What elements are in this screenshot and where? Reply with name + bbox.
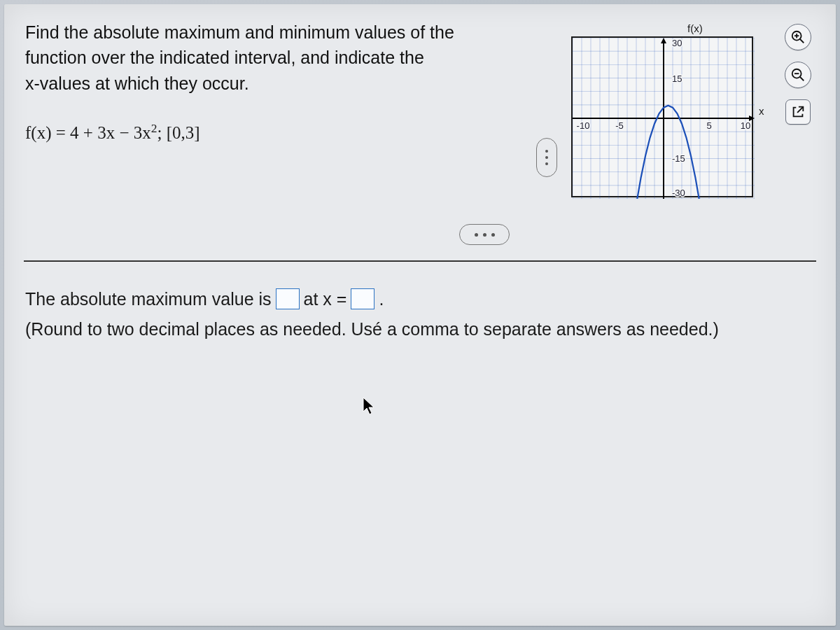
xtick--10: -10 [577, 120, 590, 131]
question-sheet: Find the absolute maximum and minimum va… [4, 4, 836, 626]
svg-line-39 [800, 39, 804, 43]
answer-area: The absolute maximum value is at x = . (… [4, 262, 836, 343]
zoom-in-button[interactable] [785, 24, 811, 50]
answer-max-value-input[interactable] [276, 288, 300, 309]
open-new-icon [790, 104, 806, 120]
function-interval: ; [0,3] [158, 123, 200, 142]
svg-line-45 [797, 107, 803, 113]
vertical-ellipsis-button[interactable] [536, 138, 557, 177]
open-new-window-button[interactable] [785, 99, 811, 125]
answer-mid: at x = [304, 286, 347, 313]
prompt-line-3: x-values at which they occur. [25, 71, 515, 96]
zoom-out-icon [790, 67, 806, 83]
answer-hint: (Round to two decimal places as needed. … [25, 316, 815, 343]
zoom-in-icon [790, 29, 806, 45]
ytick-15: 15 [672, 74, 682, 84]
svg-line-43 [800, 77, 804, 81]
answer-period: . [379, 286, 384, 313]
ytick--30: -30 [672, 188, 685, 198]
graph-panel: -10 -5 5 10 30 15 -15 -30 f(x) x [564, 22, 774, 211]
answer-x-value-input[interactable] [351, 288, 374, 309]
function-exponent: 2 [151, 121, 158, 135]
graph-plot-area[interactable]: -10 -5 5 10 30 15 -15 -30 [571, 36, 753, 197]
horizontal-ellipsis-button[interactable] [459, 224, 510, 245]
function-definition: f(x) = 4 + 3x − 3x2; [0,3] [25, 121, 515, 143]
x-axis-label: x [759, 105, 764, 117]
graph-toolbar [781, 24, 815, 125]
answer-line: The absolute maximum value is at x = . [25, 286, 815, 313]
xtick-10: 10 [741, 120, 750, 131]
xtick--5: -5 [615, 120, 624, 131]
prompt-column: Find the absolute maximum and minimum va… [25, 20, 522, 143]
function-lhs: f(x) = 4 + 3x − 3x [25, 123, 151, 142]
curve-fx [632, 106, 701, 199]
prompt-line-1: Find the absolute maximum and minimum va… [25, 20, 515, 45]
prompt-line-2: function over the indicated interval, an… [25, 45, 515, 70]
ytick--15: -15 [672, 153, 685, 164]
mouse-cursor-icon [361, 396, 377, 416]
xtick-5: 5 [706, 120, 711, 131]
answer-prefix: The absolute maximum value is [25, 286, 272, 313]
y-axis-label: f(x) [687, 22, 703, 34]
top-row: Find the absolute maximum and minimum va… [4, 20, 836, 211]
ytick-30: 30 [672, 38, 682, 48]
svg-marker-37 [661, 38, 666, 43]
zoom-out-button[interactable] [785, 62, 811, 88]
